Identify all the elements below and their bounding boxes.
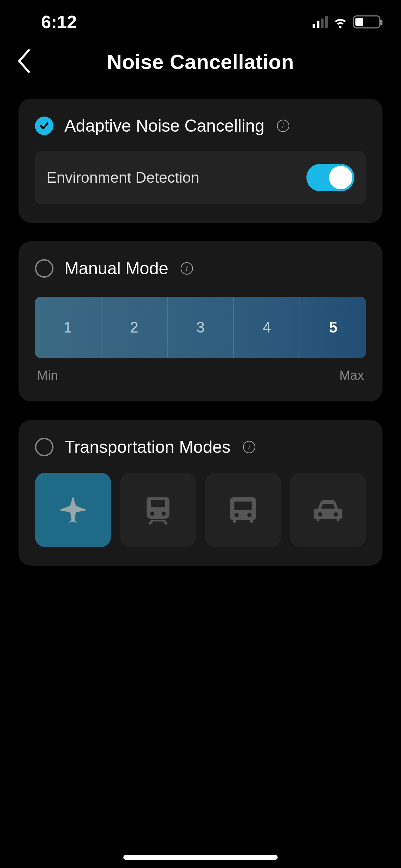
- back-button[interactable]: [16, 49, 32, 74]
- level-range-labels: Min Max: [35, 368, 366, 383]
- adaptive-title: Adaptive Noise Cancelling: [64, 116, 265, 136]
- manual-level-selector: 1 2 3 4 5: [35, 297, 366, 358]
- info-icon[interactable]: i: [243, 441, 255, 453]
- environment-detection-label: Environment Detection: [47, 169, 199, 186]
- airplane-icon: [56, 493, 90, 527]
- level-5[interactable]: 5: [300, 297, 366, 358]
- status-time: 6:12: [41, 12, 77, 32]
- mode-airplane[interactable]: [35, 473, 111, 547]
- environment-detection-toggle[interactable]: [306, 164, 354, 191]
- status-bar: 6:12: [0, 0, 401, 38]
- page-header: Noise Cancellation: [0, 38, 401, 86]
- level-4[interactable]: 4: [234, 297, 301, 358]
- transportation-title: Transportation Modes: [64, 437, 231, 457]
- page-title: Noise Cancellation: [107, 50, 294, 74]
- manual-option[interactable]: Manual Mode i: [35, 258, 366, 278]
- adaptive-option[interactable]: Adaptive Noise Cancelling i: [35, 116, 366, 136]
- manual-title: Manual Mode: [64, 258, 168, 278]
- home-indicator[interactable]: [123, 855, 278, 860]
- check-icon: [39, 121, 49, 131]
- train-icon: [141, 493, 175, 527]
- cellular-icon: [313, 16, 328, 28]
- status-icons: [313, 15, 380, 29]
- max-label: Max: [339, 368, 364, 383]
- info-icon[interactable]: i: [181, 262, 193, 275]
- mode-car[interactable]: [290, 473, 366, 547]
- wifi-icon: [333, 15, 348, 29]
- info-icon[interactable]: i: [277, 120, 289, 132]
- card-adaptive: Adaptive Noise Cancelling i Environment …: [19, 99, 382, 223]
- min-label: Min: [37, 368, 58, 383]
- radio-unselected-icon: [35, 438, 53, 456]
- transportation-tiles: [35, 473, 366, 547]
- level-1[interactable]: 1: [35, 297, 101, 358]
- battery-icon: [353, 15, 380, 28]
- mode-train[interactable]: [120, 473, 196, 547]
- car-icon: [311, 493, 345, 527]
- mode-bus[interactable]: [205, 473, 281, 547]
- radio-unselected-icon: [35, 259, 53, 278]
- level-2[interactable]: 2: [101, 297, 168, 358]
- environment-detection-row: Environment Detection: [35, 151, 366, 204]
- transportation-option[interactable]: Transportation Modes i: [35, 437, 366, 457]
- card-manual: Manual Mode i 1 2 3 4 5 Min Max: [19, 241, 382, 401]
- bus-icon: [226, 493, 260, 527]
- radio-selected-icon: [35, 117, 53, 135]
- level-3[interactable]: 3: [168, 297, 234, 358]
- card-transportation: Transportation Modes i: [19, 420, 382, 566]
- chevron-left-icon: [16, 49, 32, 73]
